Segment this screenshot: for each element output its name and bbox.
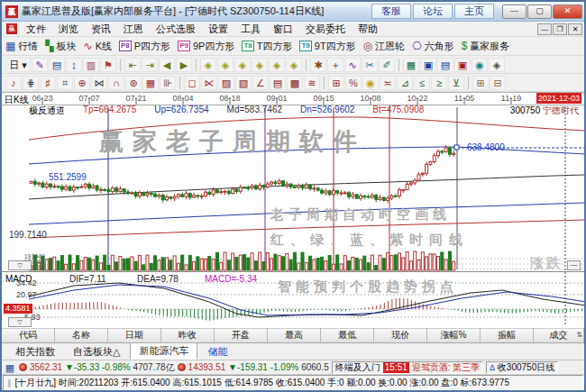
tool-icon-3-21[interactable]: % xyxy=(345,76,362,90)
column-header-2[interactable]: 日期 xyxy=(108,328,161,342)
menu-item-4[interactable]: 公式选股 xyxy=(150,22,202,36)
tool-icon-2-12[interactable]: ◈ xyxy=(200,58,216,72)
toolbar-quotes-button[interactable]: ▦行情 xyxy=(5,40,38,53)
tool-icon-3-8[interactable]: ▦ xyxy=(142,76,159,90)
menu-item-0[interactable]: 文件 xyxy=(20,22,52,36)
tool-icon-2-23[interactable]: ✐ xyxy=(379,58,395,72)
toolbar-p-square-button[interactable]: P8P四方形 xyxy=(119,40,170,53)
mdi-minimize-button[interactable]: — xyxy=(537,23,552,35)
menu-item-7[interactable]: 窗口 xyxy=(267,22,299,36)
toolbar-sectors-button[interactable]: ▚板块 xyxy=(45,40,76,53)
tool-icon-2-28[interactable]: ▣ xyxy=(454,58,471,72)
tool-icon-3-2[interactable]: ♯ xyxy=(40,76,56,90)
macd-pane-collapse-button[interactable]: ▽ xyxy=(8,317,32,327)
sz-index-icon[interactable] xyxy=(178,363,186,371)
toolbar-t-square-button[interactable]: T8T四方形 xyxy=(242,40,292,53)
tool-icon-2-3[interactable]: ↨ xyxy=(66,58,82,72)
toolbar-9p-square-button[interactable]: P99P四方形 xyxy=(178,40,234,53)
column-header-8[interactable]: 涨幅% xyxy=(427,328,481,342)
menu-item-6[interactable]: 工具 xyxy=(234,22,267,36)
menu-item-2[interactable]: 资讯 xyxy=(85,22,117,36)
toolbar-9t-square-button[interactable]: T99T四方形 xyxy=(299,40,355,53)
tool-icon-3-7[interactable]: ⊛ xyxy=(125,76,142,90)
tool-icon-3-18[interactable]: ≋ xyxy=(304,76,320,90)
tab-related-index[interactable]: 相关指数 xyxy=(7,344,63,360)
volume-pane-collapse-button[interactable]: ▽ xyxy=(8,260,32,270)
tool-icon-2-16[interactable]: ◈ xyxy=(269,58,285,72)
tool-icon-3-13[interactable]: ▨ xyxy=(218,76,234,90)
home-button[interactable]: 主页 xyxy=(454,4,494,19)
toolbar-gann-wheel-button[interactable]: ◎江恩轮 xyxy=(363,40,405,53)
column-header-3[interactable]: 昨收 xyxy=(161,328,215,342)
tool-icon-3-3[interactable]: ⌗ xyxy=(57,76,73,90)
tool-icon-3-15[interactable]: ∠ xyxy=(252,76,269,90)
toolbar-kline-button[interactable]: ∿K线 xyxy=(84,40,112,53)
tool-icon-2-17[interactable]: ◈ xyxy=(286,58,302,72)
tool-icon-2-22[interactable]: ✂ xyxy=(362,58,378,72)
menu-item-8[interactable]: 交易委托 xyxy=(299,22,352,36)
customer-service-button[interactable]: 客服 xyxy=(371,4,411,19)
tool-icon-3-20[interactable]: ⊞ xyxy=(328,76,344,90)
tool-icon-3-14[interactable]: ▧ xyxy=(235,76,252,90)
tool-icon-3-0[interactable]: ♪ xyxy=(5,76,22,90)
tool-icon-2-2[interactable]: ▤ xyxy=(49,58,65,72)
menu-item-1[interactable]: 浏览 xyxy=(52,22,85,36)
tool-icon-2-14[interactable]: ◈ xyxy=(234,58,251,72)
maximize-button[interactable]: ▢ xyxy=(527,5,552,19)
tool-icon-2-15[interactable]: ◈ xyxy=(252,58,268,72)
tool-icon-3-4[interactable]: ⊕ xyxy=(74,76,90,90)
tab-energy-storage[interactable]: 储能 xyxy=(199,344,235,360)
tool-icon-2-27[interactable]: ▤ xyxy=(437,58,453,72)
tool-icon-3-17[interactable]: ▩ xyxy=(287,76,303,90)
forum-button[interactable]: 论坛 xyxy=(413,4,453,19)
tool-icon-2-29[interactable]: ◉ xyxy=(472,58,488,72)
tool-icon-2-5[interactable]: ⚑ xyxy=(100,58,116,72)
tool-icon-2-7[interactable]: ⇤ xyxy=(124,58,141,72)
sort-icon[interactable]: ⇅ xyxy=(576,328,582,342)
tab-custom-sector[interactable]: 自选板块△ xyxy=(65,344,128,360)
toolbar-winner-service-button[interactable]: $赢家服务 xyxy=(462,40,510,53)
tool-icon-3-26[interactable]: ≥ xyxy=(431,76,447,90)
column-header-0[interactable]: 代码 xyxy=(2,328,55,342)
column-header-1[interactable]: 名称 xyxy=(55,328,108,342)
tool-icon-2-1[interactable]: ✎ xyxy=(32,58,48,72)
tool-icon-3-11[interactable]: ◻ xyxy=(184,76,200,90)
column-header-6[interactable]: 最低 xyxy=(321,328,374,342)
news-ticker[interactable]: 终端及入门 15:51 迎驾贡酒: 第三季 xyxy=(332,361,484,374)
tool-icon-3-1[interactable]: ⋕ xyxy=(23,76,39,90)
tool-icon-3-9[interactable]: ⊪ xyxy=(160,76,176,90)
tool-icon-2-10[interactable]: ▶ xyxy=(176,58,192,72)
tool-icon-2-30[interactable]: ◈ xyxy=(489,58,505,72)
tool-icon-2-19[interactable]: ✱ xyxy=(310,58,326,72)
toolbar-hexagon-button[interactable]: ⎔六角形 xyxy=(412,40,453,53)
mdi-close-button[interactable]: ✕ xyxy=(568,23,582,35)
sz-index-quote[interactable]: 14393.51 ▼-159.31 -1.09% 6060.5 xyxy=(188,362,329,372)
tool-icon-2-21[interactable]: ∿ xyxy=(344,58,361,72)
tool-icon-3-25[interactable]: ≤ xyxy=(414,76,430,90)
tool-icon-3-22[interactable]: ◉ xyxy=(362,76,379,90)
menu-item-5[interactable]: 设置 xyxy=(202,22,234,36)
column-header-5[interactable]: 最高 xyxy=(268,328,321,342)
tool-icon-2-20[interactable]: ＋ xyxy=(327,58,343,72)
tool-icon-2-0[interactable]: 日 ▾ xyxy=(5,58,31,72)
menu-item-3[interactable]: 江恩 xyxy=(117,22,150,36)
sh-index-icon[interactable] xyxy=(19,363,27,371)
tool-icon-3-30[interactable]: ⊟ xyxy=(490,76,506,90)
sh-index-quote[interactable]: 3562.31 ▼-35.33 -0.98% 4707.78亿 xyxy=(30,361,175,374)
tool-icon-3-27[interactable]: ⊻ xyxy=(448,76,464,90)
tool-icon-3-5[interactable]: ⋈ xyxy=(91,76,107,90)
quote-grid-icon[interactable]: ▦ xyxy=(4,362,16,373)
mdi-restore-button[interactable]: ❐ xyxy=(553,23,567,35)
tool-icon-2-8[interactable]: ⇥ xyxy=(142,58,158,72)
tool-icon-3-6[interactable]: ∩ xyxy=(108,76,124,90)
tool-icon-2-13[interactable]: ◈ xyxy=(217,58,233,72)
tool-icon-3-24[interactable]: ⊿ xyxy=(397,76,413,90)
column-header-10[interactable]: 成交⇅ xyxy=(534,328,584,342)
tool-icon-2-25[interactable]: ▦ xyxy=(403,58,419,72)
pane-minimize-button[interactable]: — xyxy=(567,260,581,270)
tool-icon-3-29[interactable]: ⊞ xyxy=(472,76,489,90)
menu-item-9[interactable]: 帮助 xyxy=(352,22,384,36)
column-header-7[interactable]: 现价 xyxy=(374,328,427,342)
tool-icon-2-26[interactable]: ▣ xyxy=(420,58,436,72)
tool-icon-3-12[interactable]: ⋉ xyxy=(201,76,217,90)
